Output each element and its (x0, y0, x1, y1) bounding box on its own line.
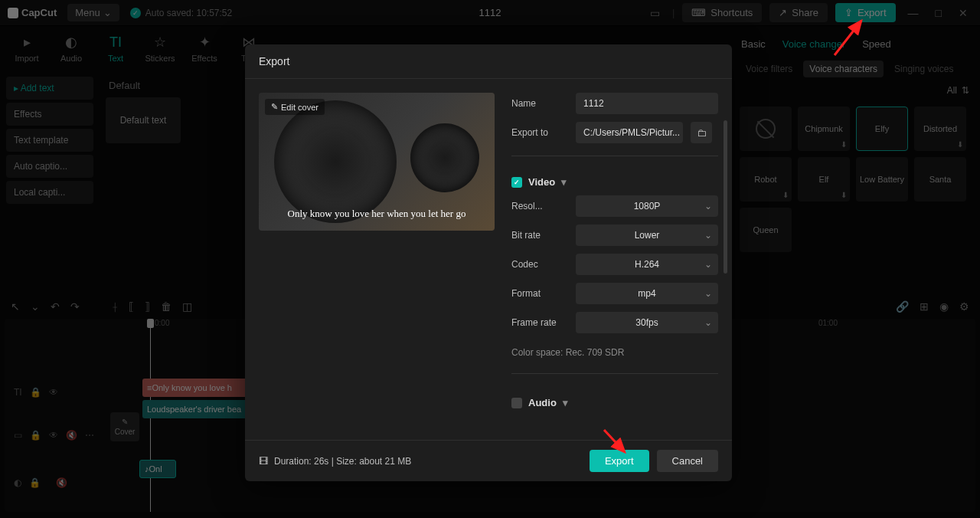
path-display: C:/Users/PMLS/Pictur... (576, 122, 683, 143)
chevron-down-icon[interactable]: ▾ (563, 397, 568, 408)
scrollbar[interactable] (724, 120, 727, 274)
framerate-select[interactable]: 30fps (576, 312, 718, 333)
cancel-button[interactable]: Cancel (657, 450, 718, 472)
pencil-icon: ✎ (271, 102, 278, 112)
duration-info: Duration: 26s | Size: about 21 MB (274, 456, 411, 467)
video-section-label: Video (528, 176, 555, 188)
cover-preview: ✎Edit cover Only know you love her when … (259, 93, 495, 231)
video-checkbox[interactable]: ✓ (511, 177, 522, 188)
resolution-label: Resol... (511, 201, 568, 211)
bitrate-select[interactable]: Lower (576, 225, 718, 246)
format-select[interactable]: mp4 (576, 283, 718, 304)
speaker-graphic (410, 123, 479, 192)
export-modal: Export ✎Edit cover Only know you love he… (245, 44, 732, 481)
cover-text: Only know you love her when you let her … (288, 208, 466, 220)
framerate-label: Frame rate (511, 317, 568, 328)
bitrate-label: Bit rate (511, 230, 568, 241)
exportto-label: Export to (511, 127, 568, 138)
name-label: Name (511, 98, 568, 109)
speaker-graphic (274, 100, 397, 223)
browse-folder-button[interactable]: 🗀 (691, 122, 712, 143)
chevron-down-icon[interactable]: ▾ (561, 176, 567, 188)
modal-title: Export (245, 44, 732, 79)
resolution-select[interactable]: 1080P (576, 195, 718, 217)
codec-select[interactable]: H.264 (576, 254, 718, 275)
export-confirm-button[interactable]: Export (590, 450, 649, 472)
colorspace-info: Color space: Rec. 709 SDR (511, 347, 718, 358)
codec-label: Codec (511, 259, 568, 270)
edit-cover-button[interactable]: ✎Edit cover (265, 99, 325, 115)
audio-checkbox[interactable] (511, 398, 522, 408)
film-icon: 🎞 (259, 456, 268, 467)
name-input[interactable] (576, 93, 718, 114)
folder-icon: 🗀 (697, 127, 707, 139)
format-label: Format (511, 288, 568, 299)
audio-section-label: Audio (528, 397, 557, 408)
edit-cover-label: Edit cover (281, 103, 318, 112)
